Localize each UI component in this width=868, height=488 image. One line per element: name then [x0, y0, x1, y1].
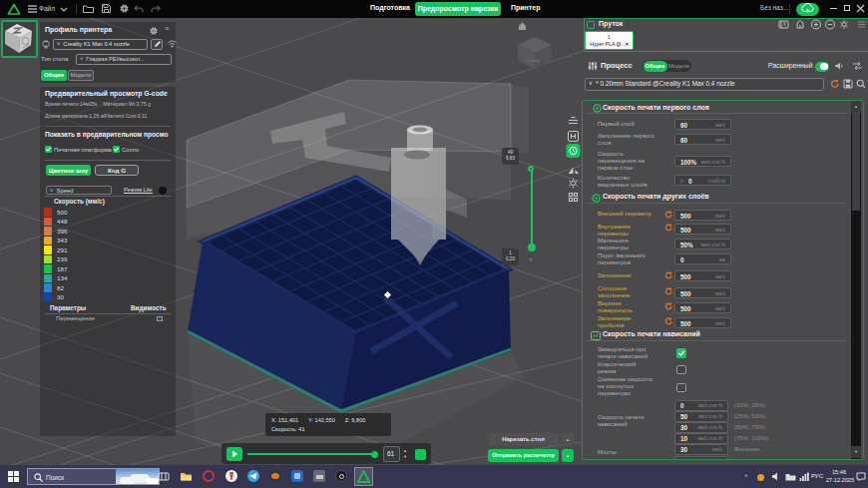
- svg-text:Creality: Creality: [526, 58, 540, 63]
